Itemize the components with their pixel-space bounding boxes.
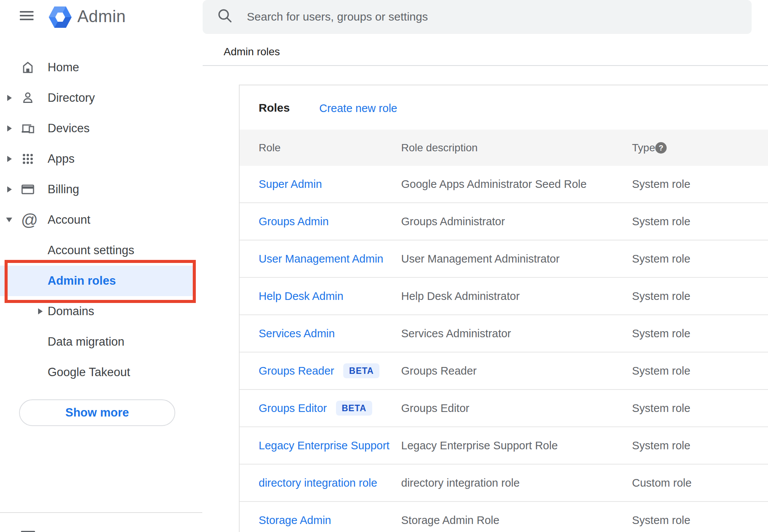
sidebar: Admin Home Directory Devices — [0, 0, 202, 532]
sidebar-item-label: Directory — [48, 91, 95, 105]
role-type: System role — [632, 253, 690, 265]
search-icon — [216, 8, 234, 26]
table-row: Groups ReaderBETA Groups Reader System r… — [240, 353, 768, 390]
collapse-arrow-icon[interactable] — [6, 218, 12, 222]
role-name-link[interactable]: Storage Admin — [259, 514, 331, 527]
table-row: Help Desk Admin Help Desk Administrator … — [240, 278, 768, 315]
role-type: System role — [632, 215, 690, 228]
sidebar-item-google-takeout[interactable]: Google Takeout — [0, 357, 202, 388]
role-name-link[interactable]: Groups EditorBETA — [259, 401, 372, 416]
role-description: Google Apps Administrator Seed Role — [401, 178, 587, 191]
expand-arrow-icon[interactable] — [7, 186, 12, 192]
sidebar-divider — [0, 512, 202, 513]
roles-card: Roles Create new role Role Role descript… — [239, 85, 768, 532]
role-description: Services Administrator — [401, 327, 511, 340]
sidebar-item-label: Billing — [48, 183, 79, 196]
sidebar-item-home[interactable]: Home — [0, 52, 202, 83]
roles-card-title: Roles — [259, 101, 290, 114]
credit-card-icon — [21, 183, 35, 196]
role-description: Legacy Enterprise Support Role — [401, 439, 558, 452]
role-name-link[interactable]: Super Admin — [259, 178, 322, 191]
apps-grid-icon — [21, 152, 35, 166]
role-description: Storage Admin Role — [401, 514, 499, 527]
sidebar-item-devices[interactable]: Devices — [0, 113, 202, 144]
column-header-type: Type — [632, 142, 655, 154]
expand-arrow-icon[interactable] — [7, 125, 12, 131]
sidebar-item-label: Devices — [48, 122, 90, 135]
role-name-link[interactable]: User Management Admin — [259, 253, 383, 265]
sidebar-item-account[interactable]: @ Account — [0, 205, 202, 235]
table-row: Groups EditorBETA Groups Editor System r… — [240, 390, 768, 427]
devices-icon — [21, 122, 35, 135]
menu-hamburger-icon[interactable] — [20, 11, 34, 20]
roles-table-body: Super Admin Google Apps Administrator Se… — [240, 166, 768, 532]
google-admin-logo-icon — [49, 6, 72, 28]
sidebar-item-label: Account — [48, 213, 90, 227]
role-name-link[interactable]: Groups ReaderBETA — [259, 364, 379, 378]
help-icon[interactable]: ? — [655, 142, 667, 154]
search-input[interactable] — [247, 5, 719, 28]
role-type: System role — [632, 290, 690, 303]
sidebar-item-data-migration[interactable]: Data migration — [0, 327, 202, 357]
role-type: Custom role — [632, 477, 691, 489]
role-type: System role — [632, 178, 690, 191]
role-type: System role — [632, 365, 690, 377]
role-description: User Management Administrator — [401, 253, 560, 265]
sidebar-item-admin-roles[interactable]: Admin roles — [0, 266, 202, 296]
header-divider — [203, 65, 768, 66]
beta-badge: BETA — [343, 364, 379, 378]
column-header-role: Role — [259, 142, 281, 154]
sidebar-item-label: Account settings — [48, 244, 134, 257]
sidebar-item-label: Admin roles — [48, 274, 116, 288]
create-new-role-link[interactable]: Create new role — [319, 102, 397, 115]
home-icon — [21, 61, 35, 74]
sidebar-item-billing[interactable]: Billing — [0, 174, 202, 205]
role-description: Help Desk Administrator — [401, 290, 520, 303]
person-icon — [21, 91, 35, 105]
role-name-link[interactable]: Services Admin — [259, 327, 335, 340]
expand-arrow-icon[interactable] — [7, 95, 12, 101]
table-row: Storage Admin Storage Admin Role System … — [240, 502, 768, 532]
table-row: Legacy Enterprise Support Legacy Enterpr… — [240, 427, 768, 465]
role-type: System role — [632, 327, 690, 340]
table-header-row: Role Role description Type ? — [240, 130, 768, 166]
column-header-role-description: Role description — [401, 142, 478, 154]
role-description: Groups Editor — [401, 402, 469, 415]
show-more-button[interactable]: Show more — [19, 399, 175, 426]
app-header: Admin — [0, 0, 202, 34]
role-description: directory integration role — [401, 477, 520, 489]
expand-arrow-icon[interactable] — [38, 308, 43, 314]
beta-badge: BETA — [336, 401, 372, 416]
sidebar-item-label: Home — [48, 61, 79, 74]
sidebar-item-label: Domains — [48, 304, 94, 318]
at-sign-icon: @ — [21, 213, 35, 227]
product-name: Admin — [77, 7, 126, 26]
sidebar-item-directory[interactable]: Directory — [0, 83, 202, 113]
role-name-link[interactable]: Help Desk Admin — [259, 290, 343, 303]
sidebar-item-label: Apps — [48, 152, 75, 166]
breadcrumb: Admin roles — [224, 46, 280, 58]
expand-arrow-icon[interactable] — [7, 156, 12, 162]
table-row: Groups Admin Groups Administrator System… — [240, 203, 768, 240]
table-row: Super Admin Google Apps Administrator Se… — [240, 166, 768, 203]
role-description: Groups Administrator — [401, 215, 505, 228]
sidebar-item-domains[interactable]: Domains — [0, 296, 202, 327]
sidebar-item-label: Data migration — [48, 335, 125, 349]
sidebar-item-apps[interactable]: Apps — [0, 144, 202, 174]
table-row: User Management Admin User Management Ad… — [240, 240, 768, 278]
svg-text:?: ? — [659, 144, 663, 152]
role-name-link[interactable]: directory integration role — [259, 477, 377, 489]
role-description: Groups Reader — [401, 365, 477, 377]
table-row: directory integration role directory int… — [240, 465, 768, 502]
role-name-link[interactable]: Groups Admin — [259, 215, 329, 228]
table-row: Services Admin Services Administrator Sy… — [240, 315, 768, 353]
role-type: System role — [632, 439, 690, 452]
sidebar-item-label: Google Takeout — [48, 365, 130, 379]
role-name-link[interactable]: Legacy Enterprise Support — [259, 439, 389, 452]
role-type: System role — [632, 402, 690, 415]
role-type: System role — [632, 514, 690, 527]
sidebar-item-account-settings[interactable]: Account settings — [0, 235, 202, 266]
